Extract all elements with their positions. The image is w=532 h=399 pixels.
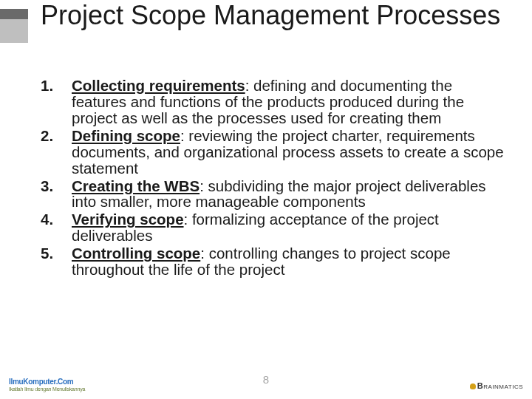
list-item: Collecting requirements: defining and do… bbox=[41, 78, 510, 126]
accent-light bbox=[0, 19, 28, 43]
accent-dark bbox=[0, 9, 28, 19]
footer-right-brand: Brainmatics bbox=[477, 381, 523, 390]
brand-rest: rainmatics bbox=[483, 381, 523, 390]
accent-bar bbox=[0, 9, 28, 43]
footer-left-top: IlmuKomputer.Com bbox=[9, 378, 85, 386]
term: Collecting requirements bbox=[72, 77, 245, 94]
brand-bold: B bbox=[477, 381, 483, 390]
list-item: Verifying scope: formalizing acceptance … bbox=[41, 211, 510, 244]
lamp-icon bbox=[470, 383, 476, 389]
footer-right-logo: Brainmatics bbox=[470, 381, 523, 390]
list-item: Controlling scope: controlling changes t… bbox=[41, 245, 510, 278]
content-area: Collecting requirements: defining and do… bbox=[41, 78, 510, 279]
footer-left-logo: IlmuKomputer.Com Ikatlah Ilmu dengan Men… bbox=[9, 378, 85, 392]
term: Defining scope bbox=[72, 127, 180, 144]
slide: Project Scope Management Processes Colle… bbox=[0, 0, 532, 399]
term: Verifying scope bbox=[72, 211, 184, 228]
list-item: Defining scope: reviewing the project ch… bbox=[41, 128, 510, 177]
slide-title: Project Scope Management Processes bbox=[41, 1, 500, 30]
process-list: Collecting requirements: defining and do… bbox=[41, 78, 510, 278]
footer-left-bottom: Ikatlah Ilmu dengan Menuliskannya bbox=[9, 386, 85, 392]
term: Creating the WBS bbox=[72, 177, 200, 194]
list-item: Creating the WBS: subdividing the major … bbox=[41, 178, 510, 211]
term: Controlling scope bbox=[72, 245, 200, 262]
